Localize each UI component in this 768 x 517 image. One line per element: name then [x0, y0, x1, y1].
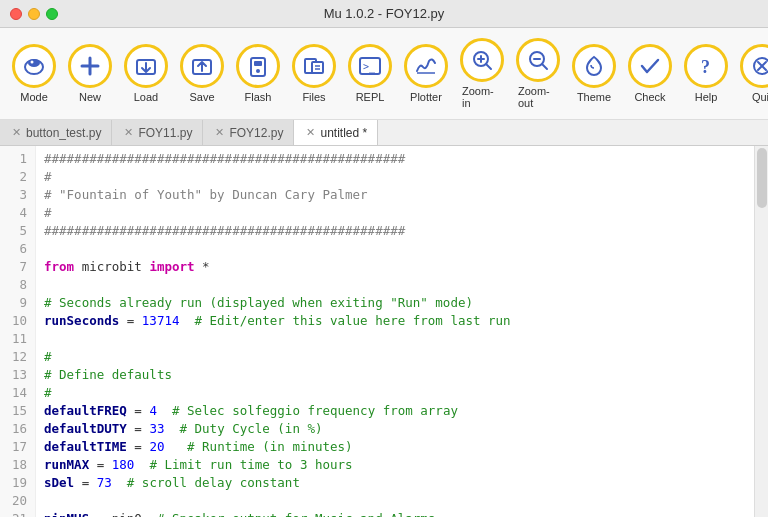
check-label: Check — [634, 91, 665, 103]
code-editor[interactable]: ########################################… — [36, 146, 754, 517]
zoomout-icon — [516, 38, 560, 82]
files-label: Files — [302, 91, 325, 103]
new-label: New — [79, 91, 101, 103]
minimize-button[interactable] — [28, 8, 40, 20]
svg-point-9 — [256, 69, 260, 73]
svg-line-22 — [542, 64, 547, 69]
save-label: Save — [189, 91, 214, 103]
zoomout-button[interactable]: Zoom-out — [512, 34, 564, 113]
svg-point-1 — [28, 59, 40, 67]
help-button[interactable]: ? Help — [680, 40, 732, 107]
svg-text:>_: >_ — [363, 61, 376, 73]
mode-icon — [12, 44, 56, 88]
repl-button[interactable]: >_ REPL — [344, 40, 396, 107]
tab-untitled[interactable]: ✕ untitled * — [294, 120, 378, 145]
check-icon — [628, 44, 672, 88]
tab-untitled-close[interactable]: ✕ — [306, 126, 315, 139]
tab-foy11-label: FOY11.py — [138, 126, 192, 140]
load-button[interactable]: Load — [120, 40, 172, 107]
svg-point-2 — [31, 61, 34, 64]
plotter-icon — [404, 44, 448, 88]
tab-foy12-label: FOY12.py — [229, 126, 283, 140]
flash-label: Flash — [245, 91, 272, 103]
zoomin-button[interactable]: Zoom-in — [456, 34, 508, 113]
save-button[interactable]: Save — [176, 40, 228, 107]
line-numbers: 12345 678910 1112131415 1617181920 21222… — [0, 146, 36, 517]
tabs-bar: ✕ button_test.py ✕ FOY11.py ✕ FOY12.py ✕… — [0, 120, 768, 146]
quit-label: Quit — [752, 91, 768, 103]
repl-icon: >_ — [348, 44, 392, 88]
tab-button-test-close[interactable]: ✕ — [12, 126, 21, 139]
theme-icon — [572, 44, 616, 88]
editor-area: 12345 678910 1112131415 1617181920 21222… — [0, 146, 768, 517]
plotter-button[interactable]: Plotter — [400, 40, 452, 107]
zoomin-label: Zoom-in — [462, 85, 502, 109]
scrollbar-thumb[interactable] — [757, 148, 767, 208]
tab-button-test-label: button_test.py — [26, 126, 101, 140]
help-icon: ? — [684, 44, 728, 88]
files-button[interactable]: Files — [288, 40, 340, 107]
toolbar: Mode New Load Save — [0, 28, 768, 120]
plotter-label: Plotter — [410, 91, 442, 103]
check-button[interactable]: Check — [624, 40, 676, 107]
load-icon — [124, 44, 168, 88]
tab-untitled-label: untitled * — [320, 126, 367, 140]
save-icon — [180, 44, 224, 88]
svg-rect-11 — [312, 62, 323, 73]
tab-foy11-close[interactable]: ✕ — [124, 126, 133, 139]
window-title: Mu 1.0.2 - FOY12.py — [324, 6, 445, 21]
new-button[interactable]: New — [64, 40, 116, 107]
svg-line-18 — [486, 64, 491, 69]
close-button[interactable] — [10, 8, 22, 20]
flash-icon — [236, 44, 280, 88]
tab-foy11[interactable]: ✕ FOY11.py — [112, 120, 203, 145]
files-icon — [292, 44, 336, 88]
repl-label: REPL — [356, 91, 385, 103]
traffic-lights — [10, 8, 58, 20]
mode-button[interactable]: Mode — [8, 40, 60, 107]
mode-label: Mode — [20, 91, 48, 103]
tab-foy12-close[interactable]: ✕ — [215, 126, 224, 139]
flash-button[interactable]: Flash — [232, 40, 284, 107]
title-bar: Mu 1.0.2 - FOY12.py — [0, 0, 768, 28]
svg-rect-7 — [251, 58, 265, 76]
theme-label: Theme — [577, 91, 611, 103]
quit-button[interactable]: Quit — [736, 40, 768, 107]
scrollbar[interactable] — [754, 146, 768, 517]
load-label: Load — [134, 91, 158, 103]
maximize-button[interactable] — [46, 8, 58, 20]
zoomout-label: Zoom-out — [518, 85, 558, 109]
tab-foy12[interactable]: ✕ FOY12.py — [203, 120, 294, 145]
svg-rect-8 — [254, 61, 262, 66]
new-icon — [68, 44, 112, 88]
quit-icon — [740, 44, 768, 88]
zoomin-icon — [460, 38, 504, 82]
svg-text:?: ? — [701, 57, 710, 77]
tab-button-test[interactable]: ✕ button_test.py — [0, 120, 112, 145]
help-label: Help — [695, 91, 718, 103]
theme-button[interactable]: Theme — [568, 40, 620, 107]
